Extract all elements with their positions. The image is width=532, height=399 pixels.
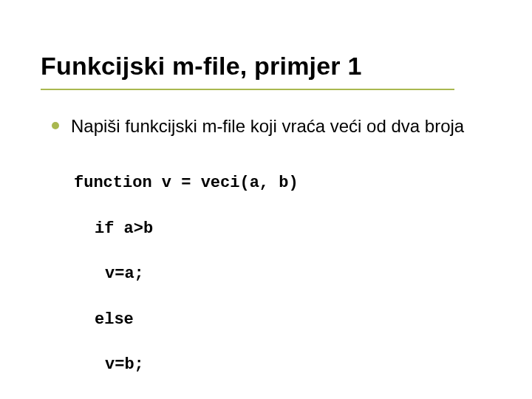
bullet-item: Napiši funkcijski m-file koji vraća veći… [52, 115, 488, 137]
code-line: v=a; [74, 263, 488, 286]
bullet-text: Napiši funkcijski m-file koji vraća veći… [71, 115, 464, 137]
slide: Funkcijski m-file, primjer 1 Napiši funk… [0, 0, 532, 399]
code-line: else [74, 309, 488, 332]
body-area: Napiši funkcijski m-file koji vraća veći… [52, 115, 488, 399]
bullet-dot-icon [52, 122, 59, 129]
code-block: function v = veci(a, b) if a>b v=a; else… [74, 149, 488, 399]
code-line: function v = veci(a, b) [74, 172, 488, 195]
title-underline [41, 89, 454, 90]
code-line: v=b; [74, 354, 488, 377]
code-line: if a>b [74, 218, 488, 241]
slide-title: Funkcijski m-file, primjer 1 [41, 52, 362, 81]
